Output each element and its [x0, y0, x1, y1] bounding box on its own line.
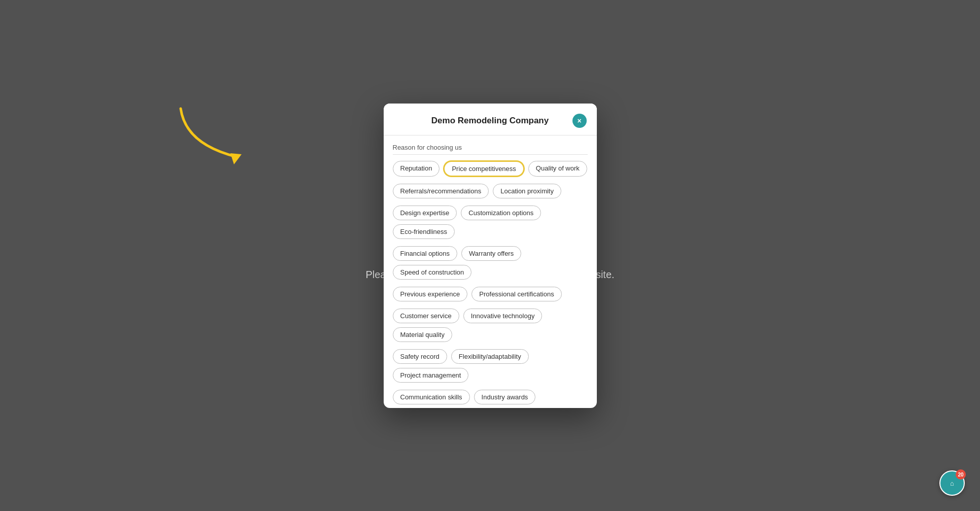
tag-project-mgmt[interactable]: Project management: [393, 368, 469, 383]
tag-location[interactable]: Location proximity: [493, 184, 561, 198]
section1-label: Reason for choosing us: [393, 144, 588, 155]
tag-warranty[interactable]: Warranty offers: [461, 246, 521, 261]
tags-row-2: Referrals/recommendations Location proxi…: [393, 184, 588, 198]
tag-awards[interactable]: Industry awards: [474, 390, 536, 404]
modal: Demo Remodeling Company × Reason for cho…: [384, 104, 597, 408]
tag-price-competitiveness[interactable]: Price competitiveness: [444, 161, 524, 177]
tags-row-8: Communication skills Industry awards: [393, 390, 588, 404]
tag-safety[interactable]: Safety record: [393, 349, 447, 364]
tag-design[interactable]: Design expertise: [393, 206, 457, 220]
tag-experience[interactable]: Previous experience: [393, 287, 468, 301]
modal-title: Demo Remodeling Company: [408, 116, 572, 126]
notification-badge[interactable]: ⌂ 20: [939, 470, 965, 496]
tag-flexibility[interactable]: Flexibility/adaptability: [451, 349, 529, 364]
notification-icon: ⌂: [950, 480, 954, 487]
tag-reputation[interactable]: Reputation: [393, 161, 440, 177]
tag-communication[interactable]: Communication skills: [393, 390, 470, 404]
tag-customization[interactable]: Customization options: [461, 206, 541, 220]
tags-row-3: Design expertise Customization options E…: [393, 206, 588, 239]
tag-speed[interactable]: Speed of construction: [393, 265, 472, 280]
tags-row-7: Safety record Flexibility/adaptability P…: [393, 349, 588, 383]
tags-row-1: Reputation Price competitiveness Quality…: [393, 161, 588, 177]
modal-header: Demo Remodeling Company ×: [384, 104, 597, 135]
tags-row-6: Customer service Innovative technology M…: [393, 309, 588, 342]
close-button[interactable]: ×: [572, 114, 587, 128]
tag-financial[interactable]: Financial options: [393, 246, 458, 261]
tag-referrals[interactable]: Referrals/recommendations: [393, 184, 489, 198]
tag-certifications[interactable]: Professional certifications: [471, 287, 561, 301]
modal-body: Reason for choosing us Reputation Price …: [384, 135, 597, 408]
tag-material[interactable]: Material quality: [393, 327, 452, 342]
tag-eco[interactable]: Eco-friendliness: [393, 224, 455, 239]
modal-backdrop: Demo Remodeling Company × Reason for cho…: [0, 0, 980, 511]
tag-customer-service[interactable]: Customer service: [393, 309, 459, 323]
tags-row-5: Previous experience Professional certifi…: [393, 287, 588, 301]
tag-quality-of-work[interactable]: Quality of work: [528, 161, 587, 177]
badge-count: 20: [956, 469, 966, 480]
tags-row-4: Financial options Warranty offers Speed …: [393, 246, 588, 280]
tag-innovative[interactable]: Innovative technology: [463, 309, 543, 323]
